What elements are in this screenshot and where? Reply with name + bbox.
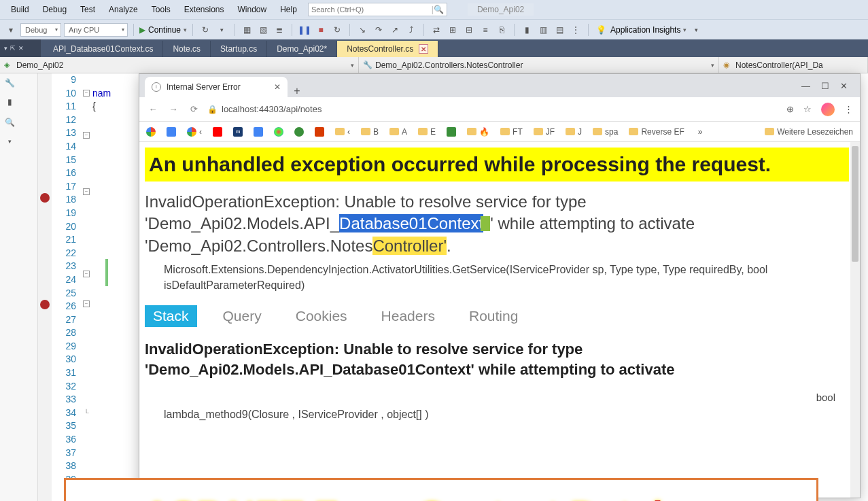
bookmark-folder[interactable]: spa <box>593 127 618 137</box>
scrollbar-thumb[interactable] <box>852 146 858 262</box>
maximize-icon[interactable]: ☐ <box>821 81 829 91</box>
close-icon[interactable]: ✕ <box>274 82 281 92</box>
tool-icon[interactable]: ⊟ <box>462 23 476 37</box>
bookmark-folder[interactable]: J <box>566 127 582 137</box>
overflow-icon[interactable]: ▾ <box>689 23 703 37</box>
reload-icon[interactable]: ⟳ <box>187 104 201 114</box>
dropdown-icon[interactable]: ▾ <box>4 45 7 52</box>
doc-tab[interactable]: Note.cs <box>163 41 211 57</box>
fold-toggle[interactable]: − <box>83 188 90 195</box>
bookmark[interactable] <box>315 127 324 137</box>
step-out-icon[interactable]: ↗ <box>388 23 402 37</box>
menu-extensions[interactable]: Extensions <box>177 5 231 14</box>
minimize-icon[interactable]: — <box>801 81 810 91</box>
kebab-icon[interactable]: ⋮ <box>844 104 853 114</box>
close-icon[interactable]: ✕ <box>18 45 24 52</box>
quick-launch[interactable]: | 🔍 <box>308 3 447 16</box>
insights-button[interactable]: Application Insights <box>610 25 680 35</box>
menu-build[interactable]: Build <box>4 5 36 14</box>
tool-icon[interactable]: ▤ <box>553 23 566 37</box>
config-combo[interactable]: Debug <box>20 23 61 37</box>
doc-tab[interactable]: API_Database01Context.cs <box>44 41 163 57</box>
doc-tab[interactable]: Startup.cs <box>211 41 267 57</box>
bookmark-folder[interactable]: Reverse EF <box>629 127 684 137</box>
fold-toggle[interactable]: − <box>83 132 90 139</box>
breakpoint-icon[interactable] <box>40 193 50 203</box>
close-icon[interactable]: ✕ <box>840 81 848 91</box>
pin-icon[interactable]: ▮ <box>3 95 16 109</box>
back-icon[interactable]: ← <box>146 104 160 114</box>
search-icon[interactable]: 🔍 <box>3 116 16 129</box>
zoom-icon[interactable]: ⊕ <box>786 104 794 114</box>
menu-analyze[interactable]: Analyze <box>102 5 145 14</box>
menu-tools[interactable]: Tools <box>145 5 177 14</box>
other-bookmarks[interactable]: Weitere Lesezeichen <box>765 127 853 137</box>
fold-toggle[interactable]: − <box>83 271 90 277</box>
menu-window[interactable]: Window <box>231 5 274 14</box>
doc-tab[interactable]: NotesController.cs✕ <box>337 41 438 57</box>
continue-button[interactable]: ▶ Continue ▾ <box>139 25 187 35</box>
tab-query[interactable]: Query <box>215 305 270 327</box>
menu-debug[interactable]: Debug <box>36 5 73 14</box>
doc-tab[interactable]: Demo_Api02 <box>267 41 337 57</box>
menu-test[interactable]: Test <box>73 5 102 14</box>
bookmark[interactable] <box>167 127 176 137</box>
tool-icon[interactable]: ⇄ <box>430 23 443 37</box>
bookmark-folder[interactable]: FT <box>500 127 523 137</box>
bookmark-folder[interactable]: 🔥 <box>467 127 489 137</box>
new-tab-button[interactable]: + <box>288 85 307 97</box>
bookmark[interactable] <box>213 127 222 137</box>
tool-icon[interactable]: ⊞ <box>446 23 459 37</box>
tool-icon[interactable]: ▧ <box>256 23 270 37</box>
browser-tab[interactable]: i Internal Server Error ✕ <box>145 77 288 97</box>
tab-stack[interactable]: Stack <box>145 305 197 327</box>
restart-icon[interactable]: ↻ <box>330 23 344 37</box>
bookmark[interactable] <box>274 127 283 137</box>
close-icon[interactable]: ✕ <box>419 44 428 54</box>
profile-avatar[interactable] <box>821 103 835 116</box>
dropdown-icon[interactable]: ▾ <box>4 23 18 37</box>
step-over-icon[interactable]: ↷ <box>372 23 385 37</box>
bookmarks-overflow[interactable]: » <box>698 127 703 137</box>
bookmark-folder[interactable]: E <box>418 127 436 137</box>
bookmark[interactable]: ‹ <box>187 127 202 137</box>
bookmark[interactable]: m <box>233 127 243 137</box>
pause-icon[interactable]: ❚❚ <box>298 23 311 37</box>
tab-routing[interactable]: Routing <box>461 305 526 327</box>
flag-icon[interactable]: ▮ <box>520 23 534 37</box>
pin-icon[interactable]: ⇱ <box>10 45 16 52</box>
chevron-down-icon[interactable]: ▾ <box>3 135 16 148</box>
page-viewport[interactable]: An unhandled exception occurred while pr… <box>139 142 860 498</box>
address-bar[interactable]: 🔒 localhost:44303/api/notes <box>207 104 780 114</box>
bookmark[interactable] <box>146 127 156 137</box>
fold-toggle[interactable]: − <box>83 90 90 97</box>
bookmark[interactable] <box>254 127 263 137</box>
wrench-icon[interactable]: 🔧 <box>3 76 16 90</box>
restart-icon[interactable]: ↻ <box>198 23 212 37</box>
tool-icon[interactable]: ▦ <box>240 23 254 37</box>
step-into-icon[interactable]: ↘ <box>355 23 369 37</box>
breakpoint-icon[interactable] <box>40 300 50 309</box>
tool-icon[interactable]: ▥ <box>536 23 550 37</box>
platform-combo[interactable]: Any CPU <box>64 23 128 37</box>
bookmark[interactable] <box>294 127 304 137</box>
step-icon[interactable]: ⤴ <box>404 23 418 37</box>
scope-combo[interactable]: 🔧 Demo_Api02.Controllers.NotesController… <box>359 57 719 73</box>
fold-toggle[interactable]: − <box>83 300 90 307</box>
lightbulb-icon[interactable]: 💡 <box>594 23 608 37</box>
bookmark[interactable] <box>447 127 456 137</box>
chevron-down-icon[interactable]: ▾ <box>215 23 228 37</box>
tool-icon[interactable]: ≣ <box>273 23 286 37</box>
tab-headers[interactable]: Headers <box>373 305 443 327</box>
bookmark-folder[interactable]: A <box>389 127 407 137</box>
menu-help[interactable]: Help <box>273 5 304 14</box>
search-input[interactable] <box>311 5 432 14</box>
bookmark-folder[interactable]: ‹ <box>335 127 350 137</box>
forward-icon[interactable]: → <box>167 104 180 114</box>
bookmark-folder[interactable]: JF <box>534 127 555 137</box>
stop-icon[interactable]: ■ <box>314 23 328 37</box>
bookmark-folder[interactable]: B <box>361 127 379 137</box>
tool-icon[interactable]: ⋮ <box>569 23 583 37</box>
tab-cookies[interactable]: Cookies <box>288 305 355 327</box>
member-combo[interactable]: ◉ NotesController(API_Da <box>719 57 868 73</box>
